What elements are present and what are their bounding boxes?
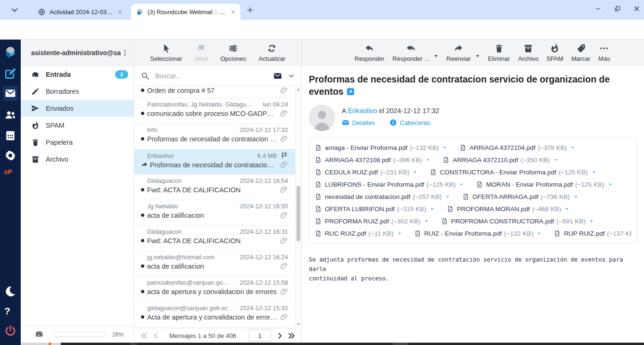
- attachment-menu-caret-icon[interactable]: [430, 207, 434, 211]
- attachment-menu-caret-icon[interactable]: [413, 170, 417, 174]
- attachment-chip[interactable]: OFERTA LUBRIFON.pdf(~315 KB): [315, 205, 434, 213]
- attachment-chip[interactable]: MORAN - Enviar Proforma.pdf(~125 KB): [476, 181, 612, 189]
- cpanel-icon[interactable]: cP: [4, 168, 17, 177]
- folder-item-enviados[interactable]: Enviados: [21, 100, 134, 117]
- list-toolbar-actualizar-button[interactable]: Actualizar: [258, 43, 285, 62]
- headers-toggle[interactable]: Cabeceras: [389, 119, 430, 126]
- message-toolbar-spam-button[interactable]: SPAM: [546, 43, 563, 62]
- scrollbar-thumb[interactable]: [297, 186, 300, 241]
- message-row[interactable]: Jg Nebaldo2024-12-12 16:50acta de califi…: [134, 200, 301, 226]
- recipient-link[interactable]: Erikaolivo: [348, 107, 377, 115]
- browser-tab-activity[interactable]: Actividad 2024-12-03 12:30:00: [33, 4, 127, 20]
- attachment-menu-caret-icon[interactable]: [446, 195, 450, 199]
- attachment-menu-caret-icon[interactable]: [443, 146, 447, 150]
- scroll-down-icon[interactable]: [296, 322, 301, 327]
- folder-item-borradores[interactable]: Borradores: [21, 83, 134, 100]
- folder-item-spam[interactable]: SPAM: [21, 117, 134, 134]
- attachment-name[interactable]: OFERTA ARRIAGA.pdf: [472, 193, 538, 200]
- scroll-up-icon[interactable]: [296, 87, 301, 92]
- attachment-menu-caret-icon[interactable]: [424, 219, 429, 223]
- attachment-name[interactable]: PROFORMA MORAN.pdf: [457, 205, 530, 213]
- message-toolbar-más-button[interactable]: Más: [598, 43, 610, 62]
- details-toggle[interactable]: Detalles: [342, 119, 375, 126]
- compose-icon[interactable]: [4, 67, 17, 80]
- attachment-name[interactable]: MORAN - Enviar Proforma.pdf: [486, 181, 573, 188]
- attachment-menu-caret-icon[interactable]: [459, 182, 463, 187]
- attachment-chip[interactable]: RUC RUIZ.pdf(~11 KB): [315, 230, 402, 238]
- attachment-name[interactable]: RUIZ - Enviar Proforma.pdf: [424, 230, 502, 237]
- window-restore-icon[interactable]: [614, 5, 621, 12]
- attachment-menu-caret-icon[interactable]: [397, 231, 402, 236]
- attachment-menu-caret-icon[interactable]: [574, 195, 578, 199]
- message-row[interactable]: gildaguacon@sanjuan.gob.ec2024-12-12 15:…: [134, 302, 301, 328]
- folder-options-kebab-icon[interactable]: [121, 49, 129, 57]
- list-toolbar-seleccionar-button[interactable]: Seleccionar: [150, 43, 182, 62]
- attachment-chip[interactable]: CONSTRUCTORA - Enviar Proforma.pdf(~125 …: [430, 168, 595, 176]
- message-toolbar-reenviar-button[interactable]: Reenviar: [446, 43, 471, 62]
- attachment-chip[interactable]: PROFORMA MORAN.pdf(~468 KB): [447, 205, 569, 213]
- message-row[interactable]: Erikaolivo6.4 MBProformas de necesidad d…: [134, 149, 301, 175]
- message-toolbar-responder--button[interactable]: Responder ...: [393, 43, 429, 62]
- message-row[interactable]: Gildaguacon2024-12-12 16:54Fwd: ACTA DE …: [134, 175, 301, 200]
- attachment-chip[interactable]: necesidad de contratacion.pdf(~257 KB): [315, 193, 450, 201]
- window-close-icon[interactable]: [633, 5, 640, 12]
- attachment-chip[interactable]: CEDULA RUIZ.pdf(~231 KB): [315, 168, 417, 176]
- attachment-menu-caret-icon[interactable]: [553, 158, 558, 162]
- attachment-chip[interactable]: RUIZ - Enviar Proforma.pdf(~132 KB): [414, 230, 541, 238]
- folder-item-entrada[interactable]: Entrada3: [21, 66, 134, 83]
- folder-item-papelera[interactable]: Papelera: [21, 134, 134, 151]
- last-page-icon[interactable]: [288, 332, 296, 340]
- attachment-chip[interactable]: ARRIAGA 4372104.pdf(~378 KB): [460, 144, 575, 152]
- list-toolbar-hilos-button[interactable]: Hilos: [195, 43, 208, 62]
- open-in-new-window-icon[interactable]: [347, 88, 354, 95]
- attachment-name[interactable]: LUBRIFONS - Enviar Proforma.pdf: [325, 181, 424, 188]
- attachment-name[interactable]: RUC RUIZ.pdf: [325, 230, 366, 237]
- attachment-chip[interactable]: PROFORMA RUIZ.pdf(~302 KB): [315, 217, 429, 225]
- attachment-chip[interactable]: LUBRIFONS - Enviar Proforma.pdf(~125 KB): [315, 181, 463, 189]
- list-toolbar-opciones-button[interactable]: Opciones: [220, 43, 246, 62]
- list-scrollbar[interactable]: [295, 86, 301, 328]
- message-row[interactable]: patriciabonifas@sanjuan.go...2024-12-12 …: [134, 277, 301, 302]
- message-row[interactable]: Info2024-12-12 17:32Proformas de necesid…: [134, 124, 301, 149]
- help-icon[interactable]: ?: [4, 305, 17, 317]
- search-scope-envelope-icon[interactable]: [273, 71, 282, 81]
- attachment-name[interactable]: CEDULA RUIZ.pdf: [325, 169, 378, 176]
- settings-gear-icon[interactable]: [4, 149, 17, 162]
- window-minimize-icon[interactable]: [594, 5, 602, 12]
- attachment-name[interactable]: ARRIAGA 4372104.pdf: [470, 144, 536, 151]
- dark-mode-moon-icon[interactable]: [4, 285, 17, 297]
- logout-power-icon[interactable]: [4, 325, 17, 337]
- attachment-menu-caret-icon[interactable]: [537, 231, 541, 236]
- message-row[interactable]: Gildaguacon2024-12-12 16:31Fwd: ACTA DE …: [134, 226, 301, 251]
- attachment-name[interactable]: CONSTRUCTORA - Enviar Proforma.pdf: [440, 169, 556, 176]
- dropdown-caret-icon[interactable]: [475, 54, 480, 58]
- attachment-menu-caret-icon[interactable]: [426, 158, 430, 162]
- tab-close-icon[interactable]: [117, 9, 123, 15]
- message-toolbar-responder-button[interactable]: Responder: [355, 43, 385, 62]
- folder-item-archivo[interactable]: Archivo: [21, 151, 134, 168]
- tab-close-icon[interactable]: [231, 9, 236, 15]
- message-row[interactable]: Patriciabonifas, Jg Nebaldo, Gildagu...l…: [134, 99, 301, 124]
- mail-icon[interactable]: [3, 86, 18, 101]
- attachment-name[interactable]: necesidad de contratacion.pdf: [325, 193, 410, 200]
- new-tab-button[interactable]: [246, 6, 254, 14]
- attachment-chip[interactable]: RUP RUIZ.pdf(~137 KB): [554, 230, 631, 238]
- browser-tab-webmail[interactable]: (3) Roundcube Webmail :: Envia: [131, 4, 240, 20]
- next-page-icon[interactable]: [276, 332, 284, 340]
- attachment-name[interactable]: ARRIAGA 4372108.pdf: [325, 156, 391, 164]
- attachment-name[interactable]: arriaga - Enviar Proforma.pdf: [325, 144, 407, 151]
- attachment-name[interactable]: RUP RUIZ.pdf: [564, 230, 605, 237]
- attachment-menu-caret-icon[interactable]: [589, 219, 594, 223]
- attachment-menu-caret-icon[interactable]: [570, 146, 575, 150]
- attachment-menu-caret-icon[interactable]: [592, 170, 596, 174]
- dropdown-caret-icon[interactable]: [434, 54, 438, 58]
- first-page-icon[interactable]: [140, 332, 148, 340]
- attachment-name[interactable]: PROFROMA CONSTRUCTORA.pdf: [451, 218, 554, 225]
- calendar-icon[interactable]: [4, 129, 17, 141]
- attachment-chip[interactable]: ARRIAGA 4372108.pdf(~396 KB): [315, 156, 430, 164]
- attachment-chip[interactable]: ARRIAGA 4372110.pdf(~350 KB): [443, 156, 557, 164]
- message-toolbar-archivo-button[interactable]: Archivo: [518, 43, 538, 62]
- attachment-name[interactable]: OFERTA LUBRIFON.pdf: [325, 205, 395, 213]
- attachment-chip[interactable]: PROFROMA CONSTRUCTORA.pdf(~591 KB): [441, 217, 594, 225]
- contacts-icon[interactable]: [4, 109, 17, 121]
